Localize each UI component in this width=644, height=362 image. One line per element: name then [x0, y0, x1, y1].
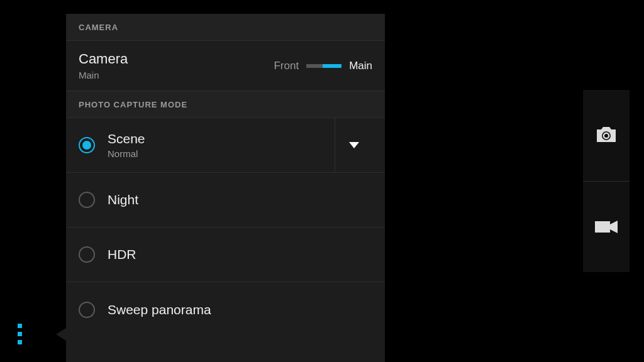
- mode-label-sweep-panorama: Sweep panorama: [108, 302, 372, 317]
- mode-row-sweep-panorama[interactable]: Sweep panorama: [66, 282, 385, 337]
- mode-primary-scene: Scene: [108, 131, 335, 146]
- camera-selector-title: Camera: [79, 51, 274, 67]
- section-header-mode-label: PHOTO CAPTURE MODE: [79, 100, 187, 109]
- camera-toggle-main-label: Main: [349, 60, 372, 72]
- photo-mode-button[interactable]: [583, 90, 630, 182]
- mode-row-night[interactable]: Night: [66, 173, 385, 228]
- video-mode-button[interactable]: [583, 182, 630, 273]
- popup-pointer: [56, 328, 66, 341]
- mode-row-scene[interactable]: Scene Normal: [66, 118, 385, 173]
- menu-dot: [18, 324, 22, 328]
- mode-expand-scene[interactable]: [335, 118, 372, 172]
- svg-rect-3: [595, 221, 610, 233]
- camera-selector-value: Main: [79, 70, 274, 80]
- camera-settings-panel: CAMERA Camera Main Front Main PHOTO CAPT…: [66, 14, 385, 362]
- mode-secondary-scene: Normal: [108, 148, 335, 159]
- radio-hdr[interactable]: [79, 246, 95, 263]
- section-header-camera-label: CAMERA: [79, 23, 118, 32]
- radio-sweep-panorama[interactable]: [79, 302, 95, 318]
- mode-primary-hdr: HDR: [108, 247, 372, 262]
- mode-primary-night: Night: [108, 192, 372, 207]
- caret-down-icon: [349, 142, 359, 148]
- menu-dot: [18, 340, 22, 344]
- menu-dot: [18, 332, 22, 336]
- section-header-mode: PHOTO CAPTURE MODE: [66, 91, 385, 118]
- video-icon: [594, 219, 619, 235]
- camera-icon: [594, 126, 618, 145]
- radio-night[interactable]: [79, 192, 95, 208]
- mode-label-hdr: HDR: [108, 247, 372, 262]
- camera-toggle-track[interactable]: [306, 64, 341, 68]
- camera-selector-label-col: Camera Main: [79, 51, 274, 80]
- capture-mode-switch: [583, 90, 630, 272]
- camera-toggle-front-label: Front: [274, 60, 299, 72]
- svg-marker-0: [349, 142, 359, 148]
- radio-scene[interactable]: [79, 137, 95, 153]
- camera-selector-row[interactable]: Camera Main Front Main: [66, 41, 385, 91]
- section-header-camera: CAMERA: [66, 14, 385, 41]
- camera-toggle[interactable]: Front Main: [274, 60, 372, 72]
- svg-marker-4: [610, 221, 618, 233]
- mode-label-scene: Scene Normal: [108, 131, 335, 159]
- camera-toggle-knob: [323, 64, 341, 68]
- mode-label-night: Night: [108, 192, 372, 207]
- mode-primary-sweep-panorama: Sweep panorama: [108, 302, 372, 317]
- mode-row-hdr[interactable]: HDR: [66, 228, 385, 282]
- menu-dots-icon[interactable]: [18, 324, 22, 344]
